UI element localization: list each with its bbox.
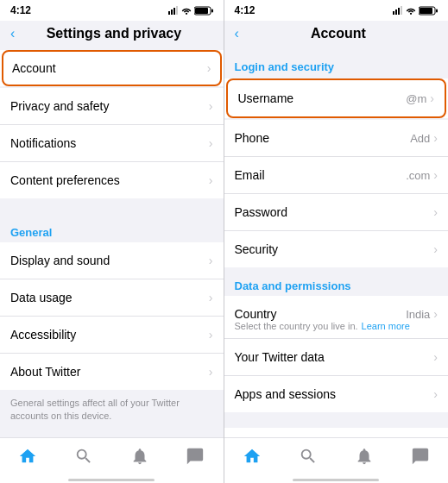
- chevron-phone: ›: [433, 131, 438, 145]
- item-security[interactable]: Security ›: [224, 231, 449, 267]
- svg-rect-7: [211, 9, 213, 12]
- country-subtext-row: Select the country you live in. Learn mo…: [235, 321, 410, 335]
- footer-note: General settings affect all of your Twit…: [0, 390, 224, 430]
- svg-rect-9: [395, 9, 397, 15]
- chevron-display: ›: [209, 254, 213, 267]
- item-username-value: @m‌: [406, 92, 426, 105]
- svg-rect-14: [420, 8, 432, 14]
- chevron-password: ›: [433, 205, 438, 219]
- svg-point-4: [185, 13, 186, 15]
- tab-notifications-left[interactable]: [120, 445, 160, 467]
- chevron-privacy: ›: [209, 99, 213, 113]
- battery-icon-right: [419, 6, 438, 16]
- menu-item-accessibility[interactable]: Accessibility ›: [0, 317, 224, 354]
- login-section-header: Login and security: [224, 48, 449, 77]
- menu-item-data[interactable]: Data usage ›: [0, 279, 224, 317]
- item-email-value: .com: [406, 169, 430, 182]
- top-settings-list-2: Privacy and safety › Notifications › Con…: [0, 88, 224, 198]
- item-country-value: India: [406, 308, 430, 321]
- chevron-email: ›: [433, 168, 438, 182]
- menu-item-display[interactable]: Display and sound ›: [0, 242, 224, 279]
- item-phone-value: Add: [410, 132, 430, 145]
- status-icons-left: [168, 6, 213, 16]
- login-settings-list-2: Phone Add › Email .com › Password › Secu…: [224, 120, 449, 267]
- tab-home-right[interactable]: [232, 445, 272, 467]
- home-indicator-right: [224, 476, 449, 483]
- data-section-header: Data and permissions: [224, 267, 449, 296]
- country-subtext: Select the country you live in.: [235, 321, 358, 331]
- chevron-country: ›: [433, 307, 438, 321]
- wifi-icon-right: [406, 6, 416, 15]
- item-password-label: Password: [235, 205, 434, 219]
- chevron-notifications: ›: [209, 136, 213, 150]
- svg-point-12: [410, 13, 412, 15]
- chevron-accessibility: ›: [209, 328, 213, 342]
- tab-messages-left[interactable]: [175, 445, 215, 467]
- messages-icon-left: [186, 447, 205, 466]
- home-indicator-bar-left: [68, 479, 155, 481]
- learn-more-link[interactable]: Learn more: [362, 321, 410, 331]
- left-scroll-area[interactable]: Account › Privacy and safety › Notificat…: [0, 48, 224, 437]
- item-apps-label: Apps and sessions: [235, 387, 434, 401]
- menu-item-privacy-label: Privacy and safety: [10, 99, 209, 113]
- item-username-label: Username: [238, 91, 407, 105]
- svg-rect-3: [176, 6, 178, 15]
- tab-bar-right: [224, 437, 449, 476]
- tab-bar-left: [0, 437, 224, 476]
- item-twitter-data-label: Your Twitter data: [235, 350, 434, 364]
- item-deactivate[interactable]: Deactivate your account ›: [224, 428, 449, 437]
- home-icon-right: [243, 447, 262, 466]
- svg-rect-11: [401, 6, 402, 15]
- item-email[interactable]: Email .com ›: [224, 157, 449, 194]
- top-settings-list: Account ›: [0, 50, 224, 86]
- svg-rect-8: [393, 11, 394, 15]
- deactivate-list: Deactivate your account ›: [224, 428, 449, 437]
- time-left: 4:12: [10, 4, 31, 16]
- menu-item-accessibility-label: Accessibility: [10, 328, 209, 342]
- item-email-label: Email: [235, 168, 407, 182]
- left-panel: 4:12 ‹ Settings and privacy: [0, 0, 224, 483]
- menu-item-about[interactable]: About Twitter ›: [0, 354, 224, 390]
- svg-rect-1: [171, 9, 173, 15]
- tab-notifications-right[interactable]: [344, 445, 384, 467]
- svg-rect-6: [195, 8, 208, 14]
- item-username[interactable]: Username @m‌ ›: [226, 78, 447, 118]
- general-settings-list: Display and sound › Data usage › Accessi…: [0, 242, 224, 390]
- menu-item-privacy[interactable]: Privacy and safety ›: [0, 88, 224, 125]
- tab-messages-right[interactable]: [401, 445, 440, 467]
- tab-home-left[interactable]: [8, 445, 47, 467]
- item-country[interactable]: Country India › Select the country you l…: [224, 296, 449, 339]
- menu-item-about-label: About Twitter: [10, 365, 209, 379]
- time-right: 4:12: [235, 4, 256, 16]
- item-twitter-data[interactable]: Your Twitter data ›: [224, 339, 449, 376]
- header-title-right: Account: [239, 26, 438, 41]
- home-indicator-bar-right: [293, 479, 379, 481]
- item-country-row: Country India ›: [235, 307, 439, 321]
- header-left: ‹ Settings and privacy: [0, 21, 224, 48]
- chevron-security: ›: [433, 242, 438, 256]
- item-password[interactable]: Password ›: [224, 194, 449, 231]
- search-icon-left: [74, 447, 93, 466]
- messages-icon-right: [411, 447, 430, 466]
- menu-item-content[interactable]: Content preferences ›: [0, 162, 224, 198]
- tab-search-right[interactable]: [288, 445, 328, 467]
- svg-rect-10: [398, 8, 400, 15]
- menu-item-notifications[interactable]: Notifications ›: [0, 125, 224, 162]
- chevron-username: ›: [430, 91, 434, 105]
- menu-item-account[interactable]: Account ›: [2, 50, 222, 86]
- item-phone-label: Phone: [235, 131, 411, 145]
- item-apps[interactable]: Apps and sessions ›: [224, 376, 449, 412]
- menu-item-display-label: Display and sound: [10, 254, 209, 267]
- svg-rect-15: [436, 9, 438, 12]
- home-indicator-left: [0, 476, 224, 483]
- general-section-header: General: [0, 214, 224, 242]
- menu-item-account-label: Account: [12, 61, 207, 75]
- right-scroll-area[interactable]: Login and security Username @m‌ › Phone …: [224, 48, 449, 437]
- notifications-icon-right: [355, 447, 374, 466]
- chevron-account: ›: [207, 61, 211, 75]
- item-phone[interactable]: Phone Add ›: [224, 120, 449, 157]
- menu-item-content-label: Content preferences: [10, 173, 209, 187]
- chevron-data: ›: [209, 291, 213, 304]
- status-bar-right: 4:12: [224, 0, 449, 21]
- tab-search-left[interactable]: [64, 445, 104, 467]
